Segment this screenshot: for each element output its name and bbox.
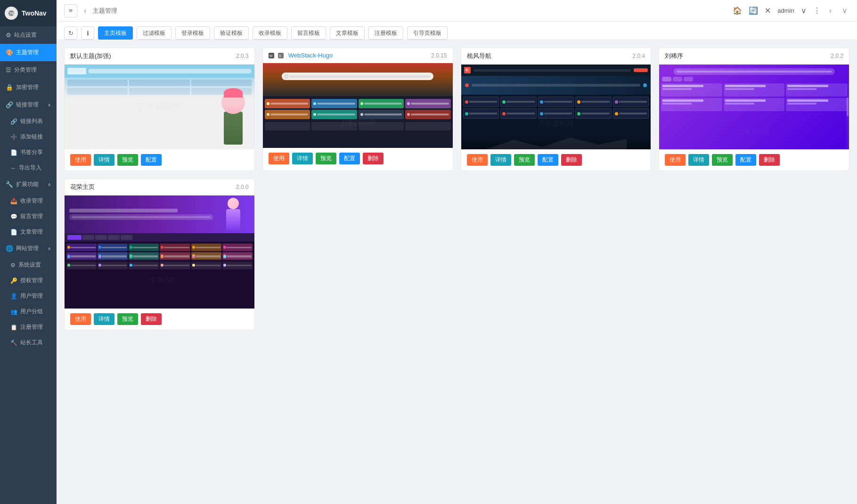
theme-card-default-header: 默认主题(加强) 2.0.3 xyxy=(65,48,254,65)
tab-comment-template[interactable]: 留言模板 xyxy=(291,26,326,40)
sidebar-item-add-link[interactable]: ➕ 添加链接 xyxy=(0,129,57,145)
sidebar-item-register-manage[interactable]: 📋 注册管理 xyxy=(0,319,57,335)
tab-verify-template-label: 验证模板 xyxy=(220,29,243,37)
theme-default-title: 默认主题(加强) xyxy=(70,52,111,60)
theme-default-config-btn[interactable]: 配置 xyxy=(141,154,162,166)
system-icon: ⚙ xyxy=(10,262,16,268)
link-list-icon: 🔗 xyxy=(10,118,17,125)
theme-default-actions: 使用 详情 预览 配置 xyxy=(65,149,254,171)
sidebar-item-webmaster-tools[interactable]: 🔨 站长工具 xyxy=(0,335,57,350)
tab-bar: ↻ ℹ 主页模板 过滤模板 登录模板 验证模板 收录模板 留言模板 文章模板 注… xyxy=(57,22,857,40)
theme-liushu-title: 刘稀序 xyxy=(665,52,683,60)
theme-webstack-use-btn[interactable]: 使用 xyxy=(269,153,289,164)
theme-huarong-version: 2.0.0 xyxy=(236,184,249,190)
tab-guide-template-label: 引导页模板 xyxy=(413,29,441,37)
register-icon: 📋 xyxy=(10,324,17,331)
sidebar-item-export-import[interactable]: ↔ 导出导入 xyxy=(0,160,57,176)
tab-filter-template[interactable]: 过滤模板 xyxy=(137,26,171,40)
close-icon[interactable]: ✕ xyxy=(765,6,771,15)
webstack-link[interactable]: WebStack-Hugo xyxy=(288,52,333,59)
theme-liushu-preview: 刀客源码网 xyxy=(659,65,849,149)
admin-label[interactable]: admin xyxy=(777,7,794,14)
theme-webstack-delete-btn[interactable]: 删除 xyxy=(363,153,384,164)
theme-huarong-delete-btn[interactable]: 删除 xyxy=(141,313,162,325)
theme-default-detail-btn[interactable]: 详情 xyxy=(94,154,114,166)
sidebar-item-user-group[interactable]: 👥 用户分组 xyxy=(0,304,57,319)
chevron-down-icon[interactable]: ∨ xyxy=(801,6,807,15)
sidebar-item-collect-manage[interactable]: 📥 收录管理 xyxy=(0,193,57,209)
theme-liushu-preview-btn[interactable]: 预览 xyxy=(712,154,733,166)
theme-liushu-delete-btn[interactable]: 删除 xyxy=(759,154,780,166)
sidebar-item-auth-manage[interactable]: 🔑 授权管理 xyxy=(0,273,57,288)
tab-login-template[interactable]: 登录模板 xyxy=(175,26,210,40)
theme-huifeng-detail-btn[interactable]: 详情 xyxy=(490,154,511,166)
tab-register-template[interactable]: 注册模板 xyxy=(368,26,403,40)
theme-webstack-detail-btn[interactable]: 详情 xyxy=(292,153,313,164)
theme-default-use-btn[interactable]: 使用 xyxy=(70,154,91,166)
theme-webstack-actions: 使用 详情 预览 配置 删除 xyxy=(263,148,453,169)
theme-webstack-config-btn[interactable]: 配置 xyxy=(339,153,360,164)
sidebar-item-bookmark-share[interactable]: 📄 书签分享 xyxy=(0,145,57,160)
expand-button[interactable]: ∨ xyxy=(840,4,849,17)
refresh-small-icon: ↻ xyxy=(68,30,73,37)
sidebar-item-site-settings[interactable]: ⚙ 站点设置 xyxy=(0,26,57,44)
tab-article-template[interactable]: 文章模板 xyxy=(330,26,365,40)
sidebar-item-comment-manage[interactable]: 💬 留言管理 xyxy=(0,209,57,224)
gear-icon: ⚙ xyxy=(6,32,11,39)
theme-huarong-use-btn[interactable]: 使用 xyxy=(70,313,91,325)
content-area: 默认主题(加强) 2.0.3 xyxy=(57,40,857,504)
sidebar-item-system-settings[interactable]: ⚙ 系统设置 xyxy=(0,257,57,273)
article-icon: 📄 xyxy=(10,229,17,236)
sidebar-item-article-manage[interactable]: 📄 文章管理 xyxy=(0,224,57,240)
theme-liushu-detail-btn[interactable]: 详情 xyxy=(688,154,709,166)
theme-huifeng-version: 2.0.4 xyxy=(633,53,645,59)
menu-toggle-button[interactable]: ≡ xyxy=(64,4,77,17)
sidebar-item-link-manage[interactable]: 🔗 链接管理 ∧ xyxy=(0,96,57,114)
more-menu-icon[interactable]: ⋮ xyxy=(813,6,821,15)
nav-back-button[interactable]: ‹ xyxy=(82,5,88,17)
tab-verify-template[interactable]: 验证模板 xyxy=(214,26,249,40)
tool-icon: 🔨 xyxy=(10,340,17,346)
svg-text:W: W xyxy=(269,54,273,57)
sidebar-item-user-manage[interactable]: 👤 用户管理 xyxy=(0,288,57,304)
theme-liushu-use-btn[interactable]: 使用 xyxy=(665,154,686,166)
info-icon: ℹ xyxy=(87,30,89,37)
sidebar-item-link-list[interactable]: 🔗 链接列表 xyxy=(0,114,57,129)
sidebar-label-password-manage: 加密管理 xyxy=(16,83,39,91)
sidebar-item-website-manage[interactable]: 🌐 网站管理 ∧ xyxy=(0,240,57,257)
theme-huifeng-config-btn[interactable]: 配置 xyxy=(538,154,558,166)
svg-marker-6 xyxy=(485,138,627,149)
app-name: TwoNav xyxy=(22,9,47,17)
sidebar: TN TwoNav ⚙ 站点设置 🎨 主题管理 ☰ 分类管理 🔒 加密管理 🔗 … xyxy=(0,0,57,504)
tab-refresh-button[interactable]: ↻ xyxy=(64,26,77,40)
sidebar-item-password-manage[interactable]: 🔒 加密管理 xyxy=(0,79,57,96)
home-icon[interactable]: 🏠 xyxy=(733,6,742,15)
theme-liushu-config-btn[interactable]: 配置 xyxy=(735,154,756,166)
theme-default-preview-btn[interactable]: 预览 xyxy=(117,154,138,166)
sidebar-label-add-link: 添加链接 xyxy=(20,133,43,141)
theme-huifeng-delete-btn[interactable]: 删除 xyxy=(561,154,582,166)
theme-webstack-preview-btn[interactable]: 预览 xyxy=(316,153,336,164)
tab-guide-template[interactable]: 引导页模板 xyxy=(407,26,448,40)
theme-huifeng-preview-btn[interactable]: 预览 xyxy=(514,154,535,166)
tab-main-template[interactable]: 主页模板 xyxy=(98,26,133,40)
sidebar-item-category-manage[interactable]: ☰ 分类管理 xyxy=(0,61,57,79)
theme-huarong-preview-btn[interactable]: 预览 xyxy=(117,313,138,325)
theme-liushu-actions: 使用 详情 预览 配置 删除 xyxy=(659,149,849,171)
tab-info-button[interactable]: ℹ xyxy=(81,26,94,40)
nav-forward-button[interactable]: › xyxy=(827,5,833,17)
refresh-icon[interactable]: 🔄 xyxy=(749,6,758,15)
theme-huifeng-actions: 使用 详情 预览 配置 删除 xyxy=(461,149,651,171)
theme-webstack-preview: 刀客源码网 xyxy=(263,63,453,148)
tab-collect-template[interactable]: 收录模板 xyxy=(253,26,287,40)
tab-register-template-label: 注册模板 xyxy=(375,29,397,37)
sidebar-item-extend-func[interactable]: 🔧 扩展功能 ∧ xyxy=(0,176,57,193)
sidebar-label-theme-manage: 主题管理 xyxy=(16,49,39,57)
sidebar-label-collect: 收录管理 xyxy=(20,197,43,205)
theme-huifeng-use-btn[interactable]: 使用 xyxy=(467,154,488,166)
sidebar-item-theme-manage[interactable]: 🎨 主题管理 xyxy=(0,44,57,61)
watermark3: 刀客源码网 xyxy=(538,120,573,129)
bookmark-icon: 📄 xyxy=(10,149,17,156)
watermark: 刀客源码网 xyxy=(138,101,180,113)
theme-huarong-detail-btn[interactable]: 详情 xyxy=(94,313,114,325)
